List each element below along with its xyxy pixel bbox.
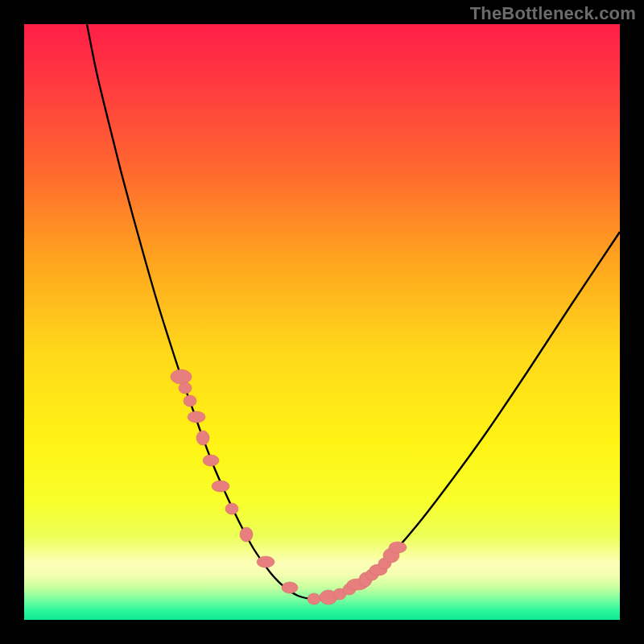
highlight-marker [282,582,298,593]
highlight-marker [179,382,192,394]
outer-frame: TheBottleneck.com [0,0,644,644]
highlight-marker [184,395,196,407]
highlight-marker [203,455,219,466]
highlight-marker [196,431,209,445]
highlight-markers [171,369,407,605]
highlight-marker [389,542,407,553]
highlight-marker [171,369,192,384]
curve-layer [24,24,620,620]
plot-area [24,24,620,620]
bottleneck-curve [87,24,620,599]
highlight-marker [188,411,205,423]
highlight-marker [257,556,275,568]
watermark-text: TheBottleneck.com [470,3,636,24]
highlight-marker [225,503,238,514]
highlight-marker [308,593,320,605]
highlight-marker [240,527,253,542]
highlight-marker [212,481,229,492]
